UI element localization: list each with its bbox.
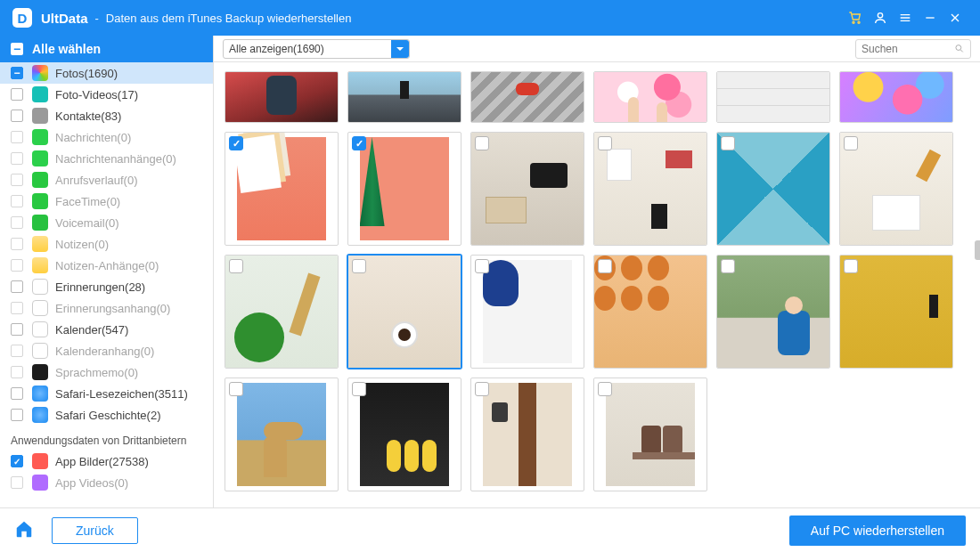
- thumbnail[interactable]: [593, 71, 707, 123]
- thumbnail-checkbox[interactable]: [721, 259, 735, 273]
- sidebar-item[interactable]: Safari Geschichte(2): [0, 404, 213, 426]
- sidebar-item-label: Fotos(1690): [55, 67, 118, 80]
- sidebar-item: Erinnerungsanhang(0): [0, 297, 213, 319]
- sidebar-item-label: Sprachmemo(0): [55, 366, 138, 379]
- thumbnail[interactable]: [347, 71, 461, 123]
- cart-icon[interactable]: [843, 5, 868, 30]
- thumbnail[interactable]: [225, 255, 339, 369]
- thumbnail-checkbox[interactable]: [844, 259, 858, 273]
- title-bar: D UltData - Daten aus dem iTunes Backup …: [0, 0, 980, 36]
- sidebar-item[interactable]: Erinnerungen(28): [0, 276, 213, 297]
- thumbnail[interactable]: [225, 71, 339, 123]
- thumbnail-image: [483, 383, 573, 486]
- sidebar-item-checkbox[interactable]: [11, 67, 23, 79]
- thumbnail[interactable]: [839, 71, 953, 123]
- thumbnail-checkbox[interactable]: [352, 136, 366, 150]
- close-icon[interactable]: [943, 5, 968, 30]
- sidebar-item-checkbox[interactable]: [11, 387, 23, 400]
- sidebar-item: Voicemail(0): [0, 212, 213, 233]
- sidebar-item[interactable]: App Bilder(27538): [0, 451, 213, 472]
- thumbnail[interactable]: [347, 377, 461, 491]
- thumbnail-checkbox[interactable]: [475, 136, 489, 150]
- thumbnail[interactable]: [225, 377, 339, 491]
- thumbnail-checkbox[interactable]: [229, 382, 243, 396]
- filter-dropdown-label: Alle anzeigen(1690): [229, 43, 324, 55]
- search-box[interactable]: [855, 39, 971, 59]
- thumbnail-checkbox[interactable]: [352, 259, 366, 273]
- sidebar-item: Notizen-Anhänge(0): [0, 255, 213, 276]
- search-icon: [954, 43, 965, 54]
- select-all-checkbox[interactable]: [11, 43, 23, 55]
- minimize-icon[interactable]: [918, 5, 943, 30]
- thumbnail-image: [360, 137, 450, 240]
- thumbnail[interactable]: [716, 132, 830, 246]
- thumbnail-image: [717, 72, 829, 122]
- sidebar-item-label: Erinnerungen(28): [55, 280, 145, 294]
- sidebar-item-checkbox: [11, 345, 23, 357]
- sidebar-item-checkbox: [11, 366, 23, 378]
- sidebar-item[interactable]: Kontakte(83): [0, 105, 213, 126]
- sidebar-item-label: Anrufsverlauf(0): [55, 174, 137, 187]
- sidebar-item[interactable]: Fotos(1690): [0, 62, 213, 84]
- sidebar-item-checkbox[interactable]: [11, 455, 23, 467]
- msg-icon: [32, 129, 48, 145]
- thumbnail[interactable]: [470, 255, 584, 369]
- thumbnail-checkbox[interactable]: [475, 382, 489, 396]
- sidebar-item[interactable]: Foto-Videos(17): [0, 84, 213, 105]
- sidebar-item[interactable]: Kalender(547): [0, 319, 213, 340]
- thumbnail-checkbox[interactable]: [844, 136, 858, 150]
- thumbnail-image: [360, 383, 450, 486]
- thumbnail[interactable]: [347, 255, 461, 369]
- search-input[interactable]: [862, 43, 954, 55]
- thumbnail-checkbox[interactable]: [352, 382, 366, 396]
- sidebar-item-label: Foto-Videos(17): [55, 88, 138, 101]
- thumbnail[interactable]: [347, 132, 461, 246]
- thumbnail[interactable]: [470, 377, 584, 491]
- select-all-row[interactable]: Alle wählen: [0, 36, 213, 62]
- thumbnail[interactable]: [716, 71, 830, 123]
- home-button[interactable]: [14, 519, 34, 541]
- sidebar-item-label: Voicemail(0): [55, 216, 119, 230]
- thumbnail-checkbox[interactable]: [229, 259, 243, 273]
- thumbnail[interactable]: [839, 255, 953, 369]
- thumbnail[interactable]: [716, 255, 830, 369]
- calendar-icon: [32, 343, 48, 359]
- thumbnail[interactable]: [225, 132, 339, 246]
- restore-button[interactable]: Auf PC wiederherstellen: [789, 515, 966, 546]
- sidebar-item[interactable]: Safari-Lesezeichen(3511): [0, 383, 213, 404]
- sidebar-item-label: App Videos(0): [55, 476, 128, 490]
- thumbnail[interactable]: [593, 377, 707, 491]
- sidebar-item-checkbox[interactable]: [11, 88, 23, 101]
- sidebar-item: FaceTime(0): [0, 191, 213, 212]
- sidebar-item-checkbox[interactable]: [11, 409, 23, 421]
- thumbnail-checkbox[interactable]: [229, 136, 243, 150]
- thumbnail-checkbox[interactable]: [721, 136, 735, 150]
- thumbnail-image: [606, 383, 696, 486]
- svg-point-2: [878, 13, 882, 18]
- safari-icon: [32, 407, 48, 423]
- notes-icon: [32, 257, 48, 273]
- thumbnail[interactable]: [470, 132, 584, 246]
- thumbnail[interactable]: [470, 71, 584, 123]
- thumbnail-checkbox[interactable]: [598, 136, 612, 150]
- thumbnail-checkbox[interactable]: [475, 259, 489, 273]
- toolbar: Alle anzeigen(1690): [214, 36, 980, 62]
- thumbnail[interactable]: [839, 132, 953, 246]
- scrollbar-thumb[interactable]: [975, 240, 980, 260]
- sidebar-item-checkbox: [11, 216, 23, 229]
- filter-dropdown[interactable]: Alle anzeigen(1690): [223, 39, 410, 59]
- thumbnail[interactable]: [593, 255, 707, 369]
- sidebar-item-label: App Bilder(27538): [55, 455, 149, 468]
- back-button[interactable]: Zurück: [52, 517, 138, 544]
- sidebar-item-label: Nachrichten(0): [55, 131, 131, 144]
- contacts-icon: [32, 108, 48, 124]
- menu-icon[interactable]: [893, 5, 918, 30]
- user-icon[interactable]: [868, 5, 893, 30]
- sidebar-item-checkbox[interactable]: [11, 110, 23, 122]
- sidebar: Alle wählen Fotos(1690)Foto-Videos(17)Ko…: [0, 36, 214, 507]
- thumbnail[interactable]: [593, 132, 707, 246]
- thumbnail-checkbox[interactable]: [598, 259, 612, 273]
- sidebar-item-checkbox[interactable]: [11, 323, 23, 336]
- sidebar-item-checkbox[interactable]: [11, 280, 23, 293]
- thumbnail-checkbox[interactable]: [598, 382, 612, 396]
